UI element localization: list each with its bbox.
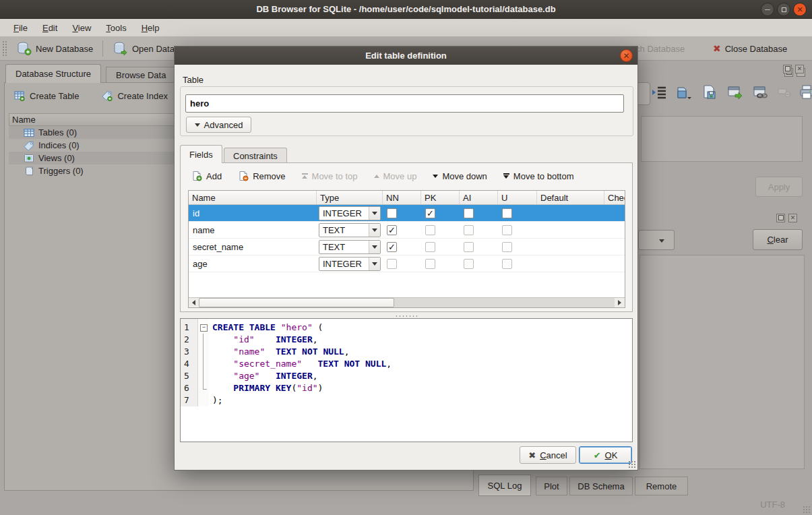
window-titlebar[interactable]: DB Browser for SQLite - /home/user/code/…: [0, 0, 812, 19]
chevron-down-icon[interactable]: [369, 258, 380, 270]
tab-database-structure[interactable]: Database Structure: [5, 64, 101, 83]
toolbar-drag-handle[interactable]: [2, 40, 7, 57]
column-header-ai[interactable]: AI: [460, 191, 498, 204]
menu-help[interactable]: Help: [135, 21, 166, 35]
column-header-nn[interactable]: NN: [383, 191, 421, 204]
u-checkbox[interactable]: ✓: [502, 259, 512, 269]
apply-window-icon[interactable]: [726, 84, 744, 101]
print-icon[interactable]: [798, 84, 812, 101]
splitter-handle[interactable]: [175, 313, 637, 318]
clear-button[interactable]: Clear: [753, 229, 803, 250]
chevron-down-icon[interactable]: [369, 241, 380, 253]
fold-margin[interactable]: [198, 346, 209, 358]
fold-margin[interactable]: [198, 358, 209, 370]
sql-log-filter-combo-fragment[interactable]: [638, 230, 675, 250]
dock-tab-remote[interactable]: Remote: [635, 477, 688, 495]
u-checkbox[interactable]: ✓: [502, 242, 512, 252]
apply-button[interactable]: Apply: [755, 177, 803, 197]
export-icon[interactable]: [701, 84, 718, 101]
fold-margin[interactable]: [198, 394, 209, 406]
tab-browse-data[interactable]: Browse Data: [106, 67, 176, 83]
dialog-titlebar[interactable]: Edit table definition ✕: [175, 47, 637, 65]
set-null-icon[interactable]: [651, 84, 668, 101]
u-checkbox[interactable]: ✓: [502, 208, 512, 218]
move-to-bottom-button[interactable]: Move to bottom: [498, 169, 580, 183]
ok-button[interactable]: ✔ OK: [579, 446, 632, 464]
default-cell[interactable]: [537, 222, 604, 238]
field-name-cell[interactable]: id: [189, 205, 317, 221]
ai-checkbox[interactable]: ✓: [464, 225, 474, 235]
sql-preview[interactable]: 1CREATE TABLE "hero" (2 "id" INTEGER,3 "…: [180, 318, 633, 442]
dock-float-icon[interactable]: [776, 214, 785, 222]
default-cell[interactable]: [537, 255, 604, 272]
scrollbar-track[interactable]: [199, 298, 615, 307]
sql-log-textarea[interactable]: [639, 255, 805, 469]
nn-checkbox[interactable]: ✓: [387, 225, 397, 235]
add-button[interactable]: Add: [186, 169, 227, 183]
field-name-cell[interactable]: secret_name: [189, 239, 317, 255]
default-cell[interactable]: [537, 239, 604, 255]
window-resize-grip[interactable]: [803, 506, 811, 514]
tab-constraints[interactable]: Constraints: [224, 148, 287, 163]
ai-checkbox[interactable]: ✓: [464, 259, 474, 269]
column-header-pk[interactable]: PK: [421, 191, 460, 204]
ai-checkbox[interactable]: ✓: [464, 208, 474, 218]
field-name-cell[interactable]: age: [189, 255, 317, 272]
column-header-name[interactable]: Name: [189, 191, 317, 204]
remove-button[interactable]: Remove: [232, 169, 290, 183]
minimize-button[interactable]: ─: [761, 3, 774, 16]
check-cell[interactable]: [604, 222, 625, 238]
close-database-button[interactable]: ✖ Close Database: [708, 40, 792, 57]
nn-checkbox[interactable]: ✓: [387, 259, 397, 269]
field-row-name[interactable]: nameTEXT✓✓✓✓: [189, 222, 625, 239]
nn-checkbox[interactable]: ✓: [387, 242, 397, 252]
column-header-type[interactable]: Type: [317, 191, 383, 204]
dock-float-icon[interactable]: [783, 65, 792, 73]
column-header-u[interactable]: U: [498, 191, 537, 204]
menu-tools[interactable]: Tools: [99, 21, 133, 35]
check-cell[interactable]: [604, 239, 625, 255]
scrollbar-thumb[interactable]: [199, 298, 394, 307]
dock-close-icon[interactable]: ✕: [788, 214, 797, 222]
create-index-button[interactable]: Create Index: [99, 88, 170, 103]
dock-tab-db-schema[interactable]: DB Schema: [569, 477, 633, 495]
dialog-close-button[interactable]: ✕: [620, 49, 633, 62]
scroll-left-icon[interactable]: [189, 298, 199, 307]
menu-view[interactable]: View: [65, 21, 98, 35]
close-button[interactable]: ✕: [793, 3, 807, 16]
column-header-default[interactable]: Default: [537, 191, 604, 204]
type-combo[interactable]: INTEGER: [319, 206, 381, 220]
column-header-check[interactable]: Check: [604, 191, 625, 204]
fold-margin[interactable]: [198, 382, 209, 394]
edit-cell-textarea[interactable]: [641, 116, 803, 162]
check-cell[interactable]: [604, 205, 625, 221]
import-icon[interactable]: [675, 84, 693, 101]
menu-file[interactable]: File: [7, 21, 34, 35]
type-combo[interactable]: TEXT: [319, 223, 381, 237]
tab-fields[interactable]: Fields: [180, 145, 222, 163]
link-window-icon[interactable]: [752, 84, 770, 101]
pk-checkbox[interactable]: ✓: [425, 242, 435, 252]
dock-tab-sql-log[interactable]: SQL Log: [478, 475, 531, 496]
default-cell[interactable]: [537, 205, 604, 221]
chevron-down-icon[interactable]: [369, 224, 380, 237]
type-combo[interactable]: INTEGER: [319, 257, 381, 271]
fold-margin[interactable]: [198, 322, 209, 334]
u-checkbox[interactable]: ✓: [502, 225, 512, 235]
field-row-age[interactable]: ageINTEGER✓✓✓✓: [189, 255, 625, 272]
null-value-icon[interactable]: [776, 84, 794, 101]
field-row-id[interactable]: idINTEGER✓✓✓✓: [189, 205, 625, 222]
chevron-down-icon[interactable]: [369, 207, 380, 220]
move-up-button[interactable]: Move up: [369, 169, 423, 183]
check-cell[interactable]: [604, 255, 625, 272]
pk-checkbox[interactable]: ✓: [425, 225, 435, 235]
move-to-top-button[interactable]: Move to top: [296, 169, 363, 183]
nn-checkbox[interactable]: ✓: [387, 208, 397, 218]
menu-edit[interactable]: Edit: [36, 21, 64, 35]
advanced-button[interactable]: Advanced: [186, 117, 251, 133]
dock-close-icon[interactable]: ✕: [795, 65, 804, 73]
cancel-button[interactable]: ✖ Cancel: [520, 446, 576, 464]
dock-tab-plot[interactable]: Plot: [536, 477, 567, 495]
fold-margin[interactable]: [198, 334, 209, 346]
type-combo[interactable]: TEXT: [319, 240, 381, 254]
